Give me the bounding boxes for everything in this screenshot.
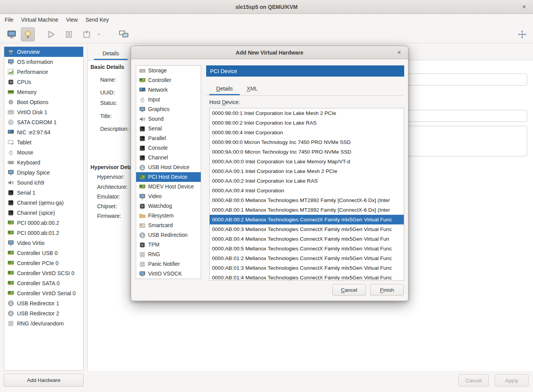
pci-device-row[interactable]: 0000:AB:01:4 Mellanox Technologies Conne…: [210, 273, 404, 281]
hardware-type-pci-host-device[interactable]: PCI Host Device: [136, 172, 201, 182]
pci-device-row[interactable]: 0000:AB:01:3 Mellanox Technologies Conne…: [210, 263, 404, 273]
menu-item-send-key[interactable]: Send Key: [82, 14, 113, 26]
dialog-cancel-button[interactable]: Cancel: [332, 284, 366, 296]
sidebar-item-label: Video Virtio: [17, 240, 44, 246]
sidebar-item-video-virtio[interactable]: Video Virtio: [4, 238, 83, 248]
window-close-button[interactable]: ×: [519, 2, 529, 12]
show-details-button[interactable]: [21, 27, 35, 41]
sidebar-item-sata-cdrom-1[interactable]: SATA CDROM 1: [4, 117, 83, 127]
run-button[interactable]: [44, 27, 58, 41]
pci-device-row[interactable]: 0000:AB:01:2 Mellanox Technologies Conne…: [210, 253, 404, 263]
pci-device-row[interactable]: 0000:98:00:2 Intel Corporation Ice Lake …: [210, 118, 404, 128]
hardware-type-storage[interactable]: Storage: [136, 66, 201, 75]
sidebar-item-controller-pcie-0[interactable]: Controller PCIe 0: [4, 258, 83, 268]
pci-device-row[interactable]: 0000:AA:00:1 Intel Corporation Ice Lake …: [210, 166, 404, 176]
hardware-type-usb-redirection[interactable]: USB Redirection: [136, 230, 201, 240]
pci-device-row[interactable]: 0000:AA:00:2 Intel Corporation Ice Lake …: [210, 176, 404, 186]
menu-item-file[interactable]: File: [1, 14, 17, 26]
pause-button[interactable]: [62, 27, 76, 41]
hardware-type-parallel[interactable]: Parallel: [136, 134, 201, 143]
pci-device-row[interactable]: 0000:AB:00:2 Mellanox Technologies Conne…: [210, 215, 404, 224]
menu-item-view[interactable]: View: [62, 14, 82, 26]
pci-device-row[interactable]: 0000:98:00:1 Intel Corporation Ice Lake …: [210, 108, 404, 118]
pci-device-header: PCI Device: [206, 65, 404, 77]
displays-button[interactable]: [117, 27, 131, 41]
hardware-type-channel[interactable]: Channel: [136, 153, 201, 163]
sidebar-item-usb-redirector-1[interactable]: USB Redirector 1: [4, 298, 83, 308]
hardware-type-console[interactable]: Console: [136, 143, 201, 153]
terminal-icon: [8, 200, 14, 206]
dialog-tab-xml[interactable]: XML: [240, 82, 265, 95]
add-hardware-button[interactable]: Add Hardware: [4, 374, 84, 387]
hardware-type-mdev-host-device[interactable]: MDEV Host Device: [136, 182, 201, 192]
sidebar-item-usb-redirector-2[interactable]: USB Redirector 2: [4, 308, 83, 318]
pci-device-row[interactable]: 0000:AA:00:4 Intel Corporation: [210, 186, 404, 195]
vm-apply-button[interactable]: Apply: [495, 374, 529, 387]
sidebar-item-controller-virtio-scsi-0[interactable]: Controller VirtIO SCSI 0: [4, 268, 83, 278]
dialog-finish-button[interactable]: Finish: [370, 284, 404, 296]
dialog-titlebar: Add New Virtual Hardware ×: [131, 46, 408, 59]
sidebar-item-controller-sata-0[interactable]: Controller SATA 0: [4, 278, 83, 288]
pci-device-row[interactable]: 0000:AB:00:3 Mellanox Technologies Conne…: [210, 224, 404, 234]
sidebar-item-virtio-disk-1[interactable]: VirtIO Disk 1: [4, 107, 83, 117]
sidebar-item-display-spice[interactable]: Display Spice: [4, 168, 83, 178]
sidebar-item-tablet[interactable]: Tablet: [4, 137, 83, 147]
shutdown-button[interactable]: [80, 27, 94, 41]
hardware-type-controller[interactable]: Controller: [136, 75, 201, 85]
pci-device-row[interactable]: 0000:AB:00:5 Mellanox Technologies Conne…: [210, 244, 404, 253]
hardware-type-watchdog[interactable]: Watchdog: [136, 201, 201, 211]
vm-cancel-button[interactable]: Cancel: [458, 374, 489, 387]
pci-device-row[interactable]: 0000:AB:00:1 Mellanox Technologies MT289…: [210, 205, 404, 215]
hardware-type-rng[interactable]: RNG: [136, 250, 201, 259]
hardware-type-network[interactable]: Network: [136, 85, 201, 95]
sidebar-item-cpus[interactable]: CPUs: [4, 77, 83, 87]
window-title: sle15sp5 on QEMU/KVM: [235, 4, 297, 10]
sidebar-item-memory[interactable]: Memory: [4, 87, 83, 97]
sidebar-item-pci-0000-ab-00-2[interactable]: PCI 0000:ab:00.2: [4, 218, 83, 228]
sidebar-item-pci-0000-ab-01-2[interactable]: PCI 0000:ab:01.2: [4, 228, 83, 238]
hardware-type-filesystem[interactable]: Filesystem: [136, 211, 201, 221]
pci-device-row[interactable]: 0000:AB:00:4 Mellanox Technologies Conne…: [210, 234, 404, 244]
pci-device-row[interactable]: 0000:99:00:0 Micron Technology Inc 7450 …: [210, 137, 404, 147]
hardware-type-sound[interactable]: Sound: [136, 114, 201, 124]
menu-item-virtual-machine[interactable]: Virtual Machine: [17, 14, 62, 26]
sidebar-item-serial-1[interactable]: Serial 1: [4, 188, 83, 198]
sidebar-item-rng-dev-urandom[interactable]: RNG /dev/urandom: [4, 318, 83, 329]
main-tab-details[interactable]: Details: [94, 46, 128, 60]
pci-device-row[interactable]: 0000:9A:00:0 Micron Technology Inc 7450 …: [210, 147, 404, 157]
shutdown-menu-button[interactable]: [95, 27, 103, 41]
sidebar-item-sound-ich9[interactable]: Sound ich9: [4, 178, 83, 188]
pci-device-row[interactable]: 0000:AA:00:0 Intel Corporation Ice Lake …: [210, 157, 404, 166]
dialog-close-button[interactable]: ×: [394, 48, 404, 58]
sidebar-item-controller-usb-0[interactable]: Controller USB 0: [4, 248, 83, 258]
hardware-type-graphics[interactable]: Graphics: [136, 104, 201, 114]
hardware-type-tpm[interactable]: TPM: [136, 240, 201, 250]
hardware-type-input[interactable]: Input: [136, 95, 201, 104]
sidebar-item-channel-qemu-ga[interactable]: Channel (qemu-ga): [4, 198, 83, 208]
hardware-type-virtio-vsock[interactable]: VirtIO VSOCK: [136, 269, 201, 279]
play-icon: [46, 30, 56, 39]
sidebar-item-os-information[interactable]: OS information: [4, 57, 83, 67]
fullscreen-button[interactable]: [515, 27, 529, 41]
show-console-button[interactable]: [5, 27, 19, 41]
hardware-type-video[interactable]: Video: [136, 192, 201, 201]
monitor-icon: [139, 193, 145, 200]
tablet-icon: [8, 139, 14, 146]
sidebar-item-channel-spice[interactable]: Channel (spice): [4, 208, 83, 218]
hardware-type-smartcard[interactable]: Smartcard: [136, 221, 201, 230]
sidebar-item-performance[interactable]: Performance: [4, 67, 83, 77]
sidebar-item-boot-options[interactable]: Boot Options: [4, 97, 83, 107]
pci-device-row[interactable]: 0000:AB:00:0 Mellanox Technologies MT289…: [210, 195, 404, 205]
sidebar-item-keyboard[interactable]: Keyboard: [4, 157, 83, 168]
hardware-type-serial[interactable]: Serial: [136, 124, 201, 134]
sidebar-item-nic-e2-97-64[interactable]: NIC :e2:97:64: [4, 127, 83, 137]
sidebar-item-mouse[interactable]: Mouse: [4, 147, 83, 157]
sidebar-item-overview[interactable]: Overview: [4, 47, 83, 57]
sidebar-item-controller-virtio-serial-0[interactable]: Controller VirtIO Serial 0: [4, 288, 83, 298]
basic-details-heading: Basic Details: [91, 64, 124, 70]
hardware-type-panic-notifier[interactable]: Panic Notifier: [136, 259, 201, 269]
dialog-tab-details[interactable]: Details: [209, 82, 240, 95]
monitor-icon: [8, 169, 14, 176]
pci-device-row[interactable]: 0000:98:00:4 Intel Corporation: [210, 128, 404, 137]
hardware-type-usb-host-device[interactable]: USB Host Device: [136, 163, 201, 172]
